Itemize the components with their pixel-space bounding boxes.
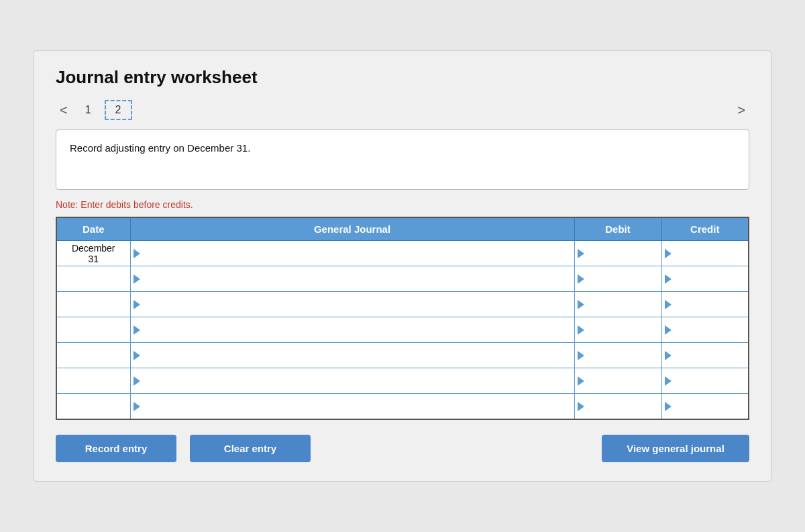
gj-input-0[interactable] <box>143 247 572 260</box>
credit-input-3[interactable] <box>674 323 746 337</box>
arrow-icon <box>578 300 584 309</box>
arrow-icon <box>665 249 672 258</box>
view-general-journal-button[interactable]: View general journal <box>602 435 749 462</box>
table-row <box>56 343 749 368</box>
journal-table: Date General Journal Debit Credit Decemb… <box>56 217 749 420</box>
credit-cell-2[interactable] <box>661 292 749 317</box>
arrow-icon <box>133 325 140 335</box>
date-cell-6[interactable] <box>56 394 130 419</box>
gj-cell-4[interactable] <box>130 343 574 368</box>
nav-item-1[interactable]: 1 <box>78 103 98 117</box>
gj-input-3[interactable] <box>143 323 572 337</box>
clear-entry-button[interactable]: Clear entry <box>190 435 311 462</box>
date-cell-4[interactable] <box>56 343 130 368</box>
arrow-icon <box>665 300 672 309</box>
gj-cell-5[interactable] <box>130 368 574 394</box>
next-arrow[interactable]: > <box>733 101 749 119</box>
credit-cell-1[interactable] <box>661 266 749 292</box>
page-title: Journal entry worksheet <box>56 67 749 88</box>
gj-input-2[interactable] <box>143 298 572 311</box>
credit-input-6[interactable] <box>674 400 746 413</box>
gj-cell-1[interactable] <box>130 266 574 292</box>
arrow-icon <box>133 300 140 309</box>
debit-cell-1[interactable] <box>574 266 661 292</box>
credit-cell-3[interactable] <box>661 317 749 343</box>
credit-input-2[interactable] <box>674 298 746 311</box>
arrow-icon <box>133 274 140 284</box>
note-text: Note: Enter debits before credits. <box>56 199 749 210</box>
gj-cell-0[interactable] <box>130 241 574 266</box>
instruction-text: Record adjusting entry on December 31. <box>70 142 250 154</box>
date-cell-3[interactable] <box>56 317 130 343</box>
table-row <box>56 394 749 419</box>
table-row <box>56 266 749 292</box>
credit-cell-6[interactable] <box>661 394 749 419</box>
gj-input-6[interactable] <box>143 400 572 413</box>
arrow-icon <box>578 325 584 335</box>
table-row <box>56 292 749 317</box>
date-cell-2[interactable] <box>56 292 130 317</box>
date-cell-1[interactable] <box>56 266 130 292</box>
table-row: December 31 <box>56 241 749 266</box>
arrow-icon <box>665 376 672 386</box>
credit-input-5[interactable] <box>674 374 746 388</box>
debit-cell-4[interactable] <box>574 343 661 368</box>
col-header-debit: Debit <box>574 217 661 241</box>
arrow-icon <box>133 351 140 360</box>
debit-input-6[interactable] <box>587 400 659 413</box>
debit-cell-2[interactable] <box>574 292 661 317</box>
arrow-icon <box>578 249 584 258</box>
gj-cell-6[interactable] <box>130 394 574 419</box>
arrow-icon <box>133 402 140 411</box>
credit-cell-4[interactable] <box>661 343 749 368</box>
arrow-icon <box>578 402 584 411</box>
table-row <box>56 317 749 343</box>
credit-cell-5[interactable] <box>661 368 749 394</box>
debit-cell-5[interactable] <box>574 368 661 394</box>
debit-input-3[interactable] <box>587 323 659 337</box>
debit-cell-6[interactable] <box>574 394 661 419</box>
arrow-icon <box>578 274 584 284</box>
main-container: Journal entry worksheet < 1 2 > Record a… <box>34 50 771 482</box>
col-header-credit: Credit <box>661 217 749 241</box>
date-cell-5[interactable] <box>56 368 130 394</box>
credit-input-1[interactable] <box>674 272 746 286</box>
arrow-icon <box>665 351 672 360</box>
credit-cell-0[interactable] <box>661 241 749 266</box>
nav-row: < 1 2 > <box>56 100 749 120</box>
buttons-row: Record entry Clear entry View general jo… <box>56 435 749 462</box>
credit-input-4[interactable] <box>674 349 746 362</box>
gj-input-1[interactable] <box>143 272 572 286</box>
gj-input-5[interactable] <box>143 374 572 388</box>
gj-input-4[interactable] <box>143 349 572 362</box>
col-header-date: Date <box>56 217 130 241</box>
arrow-icon <box>665 325 672 335</box>
arrow-icon <box>665 274 672 284</box>
arrow-icon <box>665 402 672 411</box>
date-cell-0[interactable]: December 31 <box>56 241 130 266</box>
record-entry-button[interactable]: Record entry <box>56 435 176 462</box>
nav-item-2[interactable]: 2 <box>105 100 132 120</box>
debit-cell-0[interactable] <box>574 241 661 266</box>
arrow-icon <box>133 249 140 258</box>
gj-cell-2[interactable] <box>130 292 574 317</box>
debit-input-2[interactable] <box>587 298 659 311</box>
gj-cell-3[interactable] <box>130 317 574 343</box>
arrow-icon <box>578 351 584 360</box>
table-row <box>56 368 749 394</box>
debit-cell-3[interactable] <box>574 317 661 343</box>
arrow-icon <box>578 376 584 386</box>
debit-input-1[interactable] <box>587 272 659 286</box>
arrow-icon <box>133 376 140 386</box>
debit-input-5[interactable] <box>587 374 659 388</box>
credit-input-0[interactable] <box>674 247 746 260</box>
col-header-gj: General Journal <box>130 217 574 241</box>
debit-input-0[interactable] <box>587 247 659 260</box>
prev-arrow[interactable]: < <box>56 101 72 119</box>
instruction-box: Record adjusting entry on December 31. <box>56 129 749 190</box>
debit-input-4[interactable] <box>587 349 659 362</box>
